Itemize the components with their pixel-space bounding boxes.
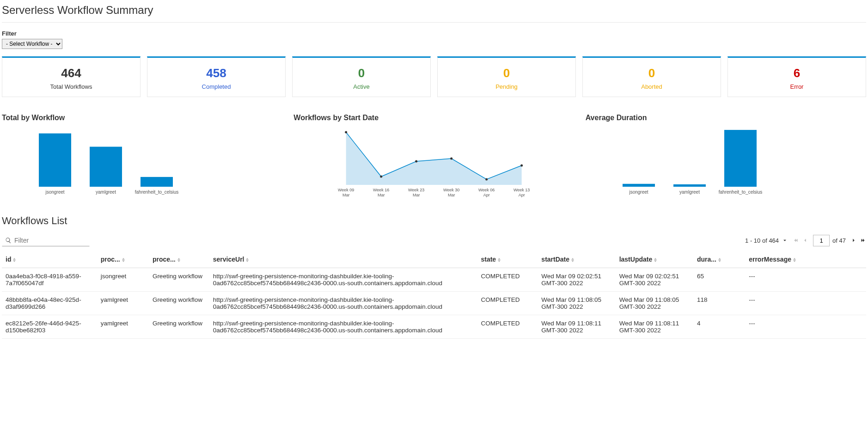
workflows-table: id proc... proce... serviceUrl state sta… bbox=[2, 251, 866, 339]
table-row[interactable]: 48bbb8fa-e04a-48ec-925d-d3af9699d266yaml… bbox=[2, 292, 866, 315]
x-label: Mar bbox=[413, 193, 420, 197]
cell-processName: Greeting workflow bbox=[149, 268, 209, 292]
x-label: Apr bbox=[519, 193, 525, 197]
stat-active-value: 0 bbox=[296, 66, 427, 80]
col-startdate[interactable]: startDate bbox=[538, 251, 615, 268]
col-processid[interactable]: proc... bbox=[97, 251, 149, 268]
x-label: Apr bbox=[483, 193, 490, 197]
charts-row: Total by Workflow jsongreetyamlgreetfahr… bbox=[2, 114, 866, 202]
x-label: Week 23 bbox=[408, 188, 424, 192]
x-label: Week 30 bbox=[443, 188, 459, 192]
cell-duration: 118 bbox=[693, 292, 745, 315]
pager-first-icon[interactable] bbox=[793, 237, 799, 244]
stat-aborted-label: Aborted bbox=[587, 83, 717, 90]
col-state[interactable]: state bbox=[477, 251, 538, 268]
stat-aborted-value: 0 bbox=[587, 66, 717, 80]
bar-label: jsongreet bbox=[629, 190, 648, 195]
stat-card-completed: 458 Completed bbox=[147, 56, 286, 97]
pager-next-icon[interactable] bbox=[850, 237, 857, 244]
stat-card-error: 6 Error bbox=[727, 56, 866, 97]
bar bbox=[623, 184, 655, 187]
table-row[interactable]: 0aa4eba3-f0c8-4918-a559-7a7f065047dfjson… bbox=[2, 268, 866, 292]
chart-by-start-date: Workflows by Start Date Week 09MarWeek 1… bbox=[293, 114, 574, 202]
pager-page-input[interactable] bbox=[813, 235, 830, 246]
stat-completed-label: Completed bbox=[151, 83, 281, 90]
sort-icon bbox=[718, 258, 721, 262]
x-label: Week 06 bbox=[478, 188, 495, 192]
bar bbox=[90, 147, 122, 187]
bar bbox=[724, 130, 757, 187]
stat-error-value: 6 bbox=[732, 66, 862, 80]
cell-state: COMPLETED bbox=[477, 315, 538, 339]
filter-label: Filter bbox=[2, 30, 866, 37]
stat-card-total: 464 Total Workflows bbox=[2, 56, 141, 97]
cell-startDate: Wed Mar 09 02:02:51 GMT-300 2022 bbox=[538, 268, 615, 292]
chart-svg-avgduration: jsongreetyamlgreetfahrenheit_to_celsius bbox=[586, 127, 866, 201]
cell-duration: 4 bbox=[693, 315, 745, 339]
col-duration-label: dura... bbox=[697, 256, 716, 263]
stat-pending-value: 0 bbox=[441, 66, 572, 80]
sort-icon bbox=[246, 258, 249, 262]
caret-down-icon[interactable] bbox=[782, 237, 788, 244]
bar-label: fahrenheit_to_celsius bbox=[718, 190, 762, 195]
col-serviceurl[interactable]: serviceUrl bbox=[209, 251, 477, 268]
bar-label: fahrenheit_to_celsius bbox=[135, 190, 179, 195]
point-icon bbox=[450, 158, 452, 160]
sort-icon bbox=[13, 258, 16, 262]
point-icon bbox=[345, 131, 347, 134]
filter-block: Filter - Select Workflow - bbox=[2, 30, 866, 49]
page-title: Serverless Workflow Summary bbox=[2, 4, 866, 17]
cell-id: 48bbb8fa-e04a-48ec-925d-d3af9699d266 bbox=[2, 292, 97, 315]
x-label: Week 09 bbox=[338, 188, 354, 192]
x-label: Week 13 bbox=[513, 188, 530, 192]
sort-icon bbox=[122, 258, 125, 262]
point-icon bbox=[485, 178, 488, 181]
col-id[interactable]: id bbox=[2, 251, 97, 268]
point-icon bbox=[520, 165, 523, 167]
stat-cards-row: 464 Total Workflows 458 Completed 0 Acti… bbox=[2, 56, 866, 97]
cell-state: COMPLETED bbox=[477, 268, 538, 292]
col-processname[interactable]: proce... bbox=[149, 251, 209, 268]
workflows-list-title: Workflows List bbox=[2, 215, 866, 227]
cell-processId: yamlgreet bbox=[97, 315, 149, 339]
x-label: Mar bbox=[342, 193, 350, 197]
sort-icon bbox=[654, 258, 657, 262]
chart-average-duration: Average Duration jsongreetyamlgreetfahre… bbox=[586, 114, 866, 202]
pager-last-icon[interactable] bbox=[860, 237, 866, 244]
stat-total-value: 464 bbox=[6, 66, 136, 80]
cell-lastUpdate: Wed Mar 09 11:08:05 GMT-300 2022 bbox=[616, 292, 693, 315]
x-label: Week 16 bbox=[373, 188, 389, 192]
cell-errorMessage: --- bbox=[745, 315, 866, 339]
stat-card-pending: 0 Pending bbox=[437, 56, 576, 97]
col-lastupdate[interactable]: lastUpdate bbox=[616, 251, 693, 268]
x-label: Mar bbox=[448, 193, 455, 197]
table-row[interactable]: ec8212e5-26fe-446d-9425-d150be682f03yaml… bbox=[2, 315, 866, 339]
pager-range-block[interactable]: 1 - 10 of 464 bbox=[745, 237, 788, 244]
stat-total-label: Total Workflows bbox=[6, 83, 136, 90]
x-label: Mar bbox=[378, 193, 385, 197]
stat-card-active: 0 Active bbox=[292, 56, 431, 97]
point-icon bbox=[415, 160, 417, 163]
cell-processName: Greeting workflow bbox=[149, 315, 209, 339]
stat-pending-label: Pending bbox=[441, 83, 572, 90]
col-errormessage[interactable]: errorMessage bbox=[745, 251, 866, 268]
divider bbox=[2, 22, 866, 23]
cell-processId: jsongreet bbox=[97, 268, 149, 292]
col-duration[interactable]: dura... bbox=[693, 251, 745, 268]
cell-startDate: Wed Mar 09 11:08:11 GMT-300 2022 bbox=[538, 315, 615, 339]
list-controls: 1 - 10 of 464 of 47 bbox=[2, 234, 866, 246]
table-filter-wrap[interactable] bbox=[2, 234, 90, 246]
sort-icon bbox=[177, 258, 180, 262]
pager: 1 - 10 of 464 of 47 bbox=[745, 235, 866, 246]
chart-title-byworkflow: Total by Workflow bbox=[2, 114, 282, 122]
filter-select[interactable]: - Select Workflow - bbox=[2, 39, 62, 49]
stat-error-label: Error bbox=[732, 83, 862, 90]
cell-duration: 65 bbox=[693, 268, 745, 292]
cell-processId: yamlgreet bbox=[97, 292, 149, 315]
chart-title-avgduration: Average Duration bbox=[586, 114, 866, 122]
table-header-row: id proc... proce... serviceUrl state sta… bbox=[2, 251, 866, 268]
sort-icon bbox=[793, 258, 796, 262]
table-filter-input[interactable] bbox=[14, 237, 86, 244]
chart-svg-bystartdate: Week 09MarWeek 16MarWeek 23MarWeek 30Mar… bbox=[293, 127, 574, 201]
pager-prev-icon[interactable] bbox=[802, 237, 808, 244]
